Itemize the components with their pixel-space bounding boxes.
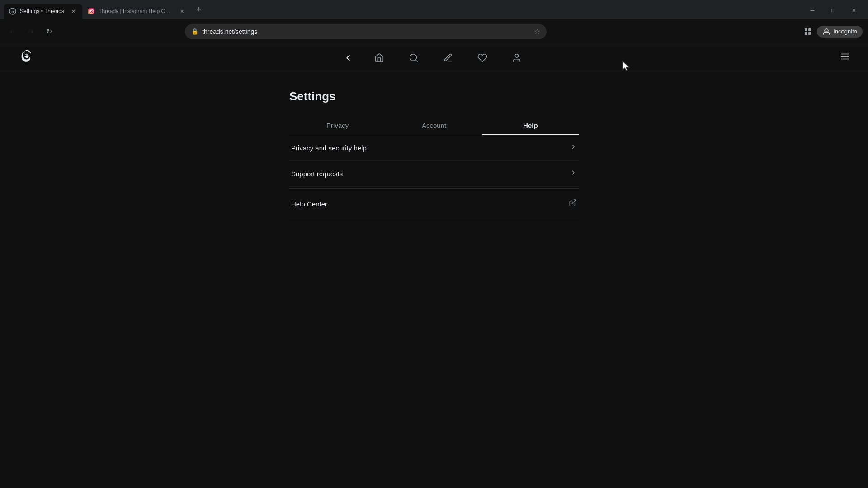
maximize-button[interactable]: □ bbox=[823, 4, 844, 17]
tab-favicon-settings: ɑ bbox=[9, 8, 16, 15]
activity-nav-button[interactable] bbox=[474, 50, 491, 66]
svg-point-13 bbox=[515, 54, 518, 57]
threads-logo[interactable] bbox=[18, 49, 33, 66]
tab-help-center[interactable]: Threads | Instagram Help Center ✕ bbox=[82, 4, 191, 19]
incognito-label: Incognito bbox=[833, 28, 857, 35]
svg-line-12 bbox=[415, 60, 417, 61]
chevron-right-icon-2 bbox=[570, 169, 577, 178]
compose-nav-button[interactable] bbox=[440, 50, 456, 66]
profile-nav-button[interactable] bbox=[509, 50, 525, 66]
svg-rect-9 bbox=[808, 32, 811, 35]
svg-rect-7 bbox=[808, 28, 811, 31]
settings-item-help-center[interactable]: Help Center bbox=[289, 191, 579, 217]
settings-item-privacy-security[interactable]: Privacy and security help bbox=[289, 135, 579, 161]
threads-nav bbox=[0, 44, 868, 71]
svg-line-17 bbox=[572, 200, 576, 203]
bookmark-icon[interactable]: ☆ bbox=[534, 27, 540, 36]
svg-rect-2 bbox=[88, 8, 94, 14]
address-bar: ← → ↻ 🔒 threads.net/settings ☆ bbox=[0, 19, 868, 44]
minimize-button[interactable]: ─ bbox=[802, 4, 823, 17]
tab-help[interactable]: Help bbox=[482, 116, 579, 135]
settings-title: Settings bbox=[289, 89, 579, 103]
nav-icons bbox=[343, 50, 525, 66]
settings-divider bbox=[289, 188, 579, 189]
settings-item-support[interactable]: Support requests bbox=[289, 161, 579, 187]
tab-bar: ɑ Settings • Threads ✕ bbox=[0, 0, 868, 19]
tab-settings[interactable]: ɑ Settings • Threads ✕ bbox=[4, 4, 82, 19]
lock-icon: 🔒 bbox=[191, 28, 198, 35]
help-center-label: Help Center bbox=[291, 200, 327, 208]
toolbar-right: Incognito bbox=[801, 24, 863, 39]
incognito-badge[interactable]: Incognito bbox=[817, 26, 863, 38]
svg-rect-8 bbox=[805, 32, 807, 35]
svg-text:ɑ: ɑ bbox=[11, 9, 14, 14]
forward-button[interactable]: → bbox=[24, 24, 38, 39]
settings-container: Settings Privacy Account Help bbox=[289, 89, 579, 470]
settings-area: Settings Privacy Account Help bbox=[0, 71, 868, 488]
tab-close-settings[interactable]: ✕ bbox=[70, 8, 77, 15]
settings-tabs: Privacy Account Help bbox=[289, 116, 579, 135]
window-controls: ─ □ ✕ bbox=[802, 4, 864, 19]
tab-title-help: Threads | Instagram Help Center bbox=[99, 8, 173, 14]
search-nav-button[interactable] bbox=[406, 50, 422, 66]
svg-point-5 bbox=[92, 9, 93, 10]
home-nav-button[interactable] bbox=[371, 50, 387, 66]
browser-frame: ɑ Settings • Threads ✕ bbox=[0, 0, 868, 488]
extensions-button[interactable] bbox=[801, 24, 815, 39]
svg-rect-6 bbox=[805, 28, 807, 31]
url-text: threads.net/settings bbox=[202, 28, 530, 35]
back-button[interactable]: ← bbox=[5, 24, 20, 39]
menu-button[interactable] bbox=[840, 52, 850, 64]
support-requests-label: Support requests bbox=[291, 170, 343, 178]
tab-title-settings: Settings • Threads bbox=[20, 8, 64, 14]
new-tab-button[interactable]: + bbox=[193, 3, 205, 16]
tab-privacy[interactable]: Privacy bbox=[289, 116, 386, 135]
page-content: Settings Privacy Account Help bbox=[0, 44, 868, 488]
close-button[interactable]: ✕ bbox=[844, 4, 864, 17]
back-nav-button[interactable] bbox=[343, 53, 353, 63]
settings-help-list: Privacy and security help Support reques… bbox=[289, 135, 579, 217]
reload-button[interactable]: ↻ bbox=[42, 24, 56, 39]
tab-close-help[interactable]: ✕ bbox=[178, 8, 185, 15]
tab-favicon-help bbox=[88, 8, 95, 15]
external-link-icon bbox=[569, 199, 577, 209]
chevron-right-icon bbox=[570, 143, 577, 152]
tab-account[interactable]: Account bbox=[386, 116, 482, 135]
url-bar[interactable]: 🔒 threads.net/settings ☆ bbox=[185, 24, 547, 39]
privacy-security-label: Privacy and security help bbox=[291, 144, 367, 152]
